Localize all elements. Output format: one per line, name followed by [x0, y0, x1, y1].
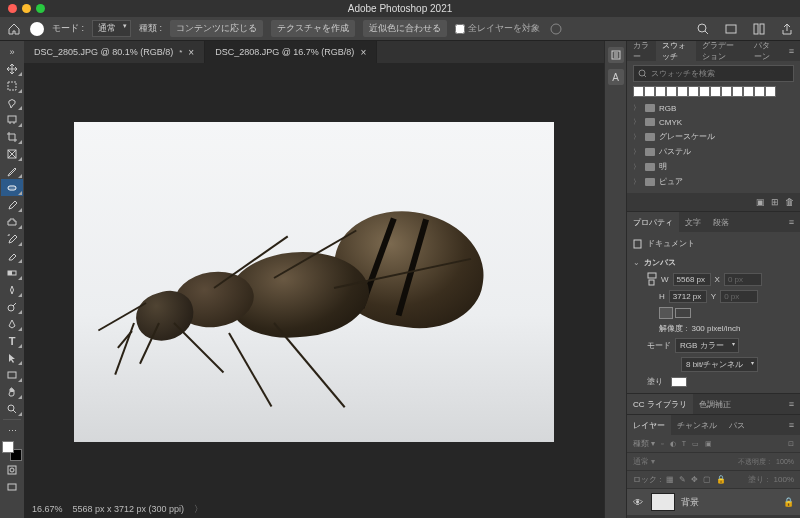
swatch[interactable]	[754, 86, 765, 97]
brush-preview[interactable]	[30, 22, 44, 36]
panel-menu-icon[interactable]: ≡	[783, 420, 800, 430]
tab-properties[interactable]: プロパティ	[627, 212, 679, 232]
swatch[interactable]	[721, 86, 732, 97]
lasso-tool[interactable]	[1, 94, 23, 111]
crop-tool[interactable]	[1, 128, 23, 145]
create-texture-button[interactable]: テクスチャを作成	[271, 20, 355, 37]
layer-name[interactable]: 背景	[681, 496, 699, 509]
swatch-group[interactable]: 〉明	[633, 159, 794, 174]
zoom-value[interactable]: 16.67%	[32, 504, 63, 514]
orientation-icon[interactable]	[647, 272, 657, 286]
tab-paths[interactable]: パス	[723, 415, 751, 435]
proximity-match-button[interactable]: 近似色に合わせる	[363, 20, 447, 37]
blend-mode-select[interactable]: 通常 ▾	[633, 456, 655, 467]
lock-transparency-icon[interactable]: ▦	[666, 475, 674, 484]
height-field[interactable]: 3712 px	[669, 290, 707, 303]
marquee-tool[interactable]	[1, 77, 23, 94]
swatch[interactable]	[743, 86, 754, 97]
collapse-icon[interactable]: »	[1, 43, 23, 60]
filter-smart-icon[interactable]: ▣	[705, 440, 712, 448]
swatch-group[interactable]: 〉ピュア	[633, 174, 794, 189]
swatch[interactable]	[655, 86, 666, 97]
document-tab[interactable]: DSC_2805.JPG @ 80.1% (RGB/8) * ×	[24, 41, 205, 63]
document-tab[interactable]: DSC_2808.JPG @ 16.7% (RGB/8) ×	[205, 41, 377, 63]
close-icon[interactable]: ×	[188, 47, 194, 58]
filter-kind[interactable]: 種類 ▾	[633, 438, 655, 449]
portrait-icon[interactable]	[659, 307, 673, 319]
frame-tool[interactable]	[1, 145, 23, 162]
home-icon[interactable]	[6, 21, 22, 37]
lock-pixels-icon[interactable]: ✎	[679, 475, 686, 484]
filter-shape-icon[interactable]: ▭	[692, 440, 699, 448]
swatch-group[interactable]: 〉RGB	[633, 101, 794, 115]
dodge-tool[interactable]	[1, 298, 23, 315]
type-tool[interactable]: T	[1, 332, 23, 349]
all-layers-checkbox[interactable]: 全レイヤーを対象	[455, 22, 540, 35]
filter-type-icon[interactable]: T	[682, 440, 686, 447]
layer-thumbnail[interactable]	[651, 493, 675, 511]
tab-swatches[interactable]: スウォッチ	[656, 41, 696, 61]
tab-channels[interactable]: チャンネル	[671, 415, 723, 435]
lock-all-icon[interactable]: 🔒	[716, 475, 726, 484]
swatch[interactable]	[666, 86, 677, 97]
shape-tool[interactable]	[1, 366, 23, 383]
chevron-right-icon[interactable]: 〉	[194, 503, 203, 516]
swatch-group[interactable]: 〉グレースケール	[633, 129, 794, 144]
panel-menu-icon[interactable]: ≡	[783, 46, 800, 56]
zoom-tool[interactable]	[1, 400, 23, 417]
hand-tool[interactable]	[1, 383, 23, 400]
swatch[interactable]	[732, 86, 743, 97]
swatch[interactable]	[677, 86, 688, 97]
swatch-group[interactable]: 〉CMYK	[633, 115, 794, 129]
brush-tool[interactable]	[1, 196, 23, 213]
share-icon[interactable]	[780, 22, 794, 36]
selection-tool[interactable]	[1, 111, 23, 128]
new-icon[interactable]: ⊞	[771, 197, 779, 207]
close-icon[interactable]	[8, 4, 17, 13]
pressure-icon[interactable]	[548, 21, 564, 37]
filter-adjust-icon[interactable]: ◐	[670, 440, 676, 448]
workspace-icon[interactable]	[752, 22, 766, 36]
color-swatches[interactable]	[2, 441, 22, 461]
edit-toolbar-icon[interactable]: ⋯	[1, 422, 23, 439]
pen-tool[interactable]	[1, 315, 23, 332]
maximize-icon[interactable]	[36, 4, 45, 13]
tab-color[interactable]: カラー	[627, 41, 656, 61]
folder-icon[interactable]: ▣	[756, 197, 765, 207]
swatch-group[interactable]: 〉パステル	[633, 144, 794, 159]
clone-stamp-tool[interactable]	[1, 213, 23, 230]
panel-menu-icon[interactable]: ≡	[783, 399, 800, 409]
y-field[interactable]: 0 px	[720, 290, 758, 303]
width-field[interactable]: 5568 px	[673, 273, 711, 286]
tab-adjustments[interactable]: 色調補正	[693, 394, 737, 414]
filter-pixel-icon[interactable]: ▫	[661, 440, 663, 447]
tab-libraries[interactable]: CC ライブラリ	[627, 394, 693, 414]
swatch[interactable]	[710, 86, 721, 97]
swatch[interactable]	[644, 86, 655, 97]
tab-gradients[interactable]: グラデーション	[696, 41, 748, 61]
filter-toggle[interactable]: ⊡	[788, 440, 794, 448]
history-brush-tool[interactable]	[1, 230, 23, 247]
lock-position-icon[interactable]: ✥	[691, 475, 698, 484]
swatch[interactable]	[765, 86, 776, 97]
swatch-search[interactable]: スウォッチを検索	[633, 65, 794, 82]
x-field[interactable]: 0 px	[724, 273, 762, 286]
character-panel-icon[interactable]: A	[608, 69, 624, 85]
close-icon[interactable]: ×	[360, 47, 366, 58]
cloud-docs-icon[interactable]	[724, 22, 738, 36]
canvas[interactable]	[24, 63, 604, 500]
history-panel-icon[interactable]	[608, 47, 624, 63]
visibility-icon[interactable]: 👁	[633, 497, 645, 508]
move-tool[interactable]	[1, 60, 23, 77]
blend-mode-select[interactable]: 通常	[92, 20, 131, 37]
bit-depth-select[interactable]: 8 bit/チャンネル	[681, 357, 758, 372]
eraser-tool[interactable]	[1, 247, 23, 264]
panel-menu-icon[interactable]: ≡	[783, 217, 800, 227]
swatch[interactable]	[688, 86, 699, 97]
minimize-icon[interactable]	[22, 4, 31, 13]
quick-mask-icon[interactable]	[1, 461, 23, 478]
blur-tool[interactable]	[1, 281, 23, 298]
fill-swatch[interactable]	[671, 377, 687, 387]
eyedropper-tool[interactable]	[1, 162, 23, 179]
lock-icon[interactable]: 🔒	[783, 497, 794, 507]
